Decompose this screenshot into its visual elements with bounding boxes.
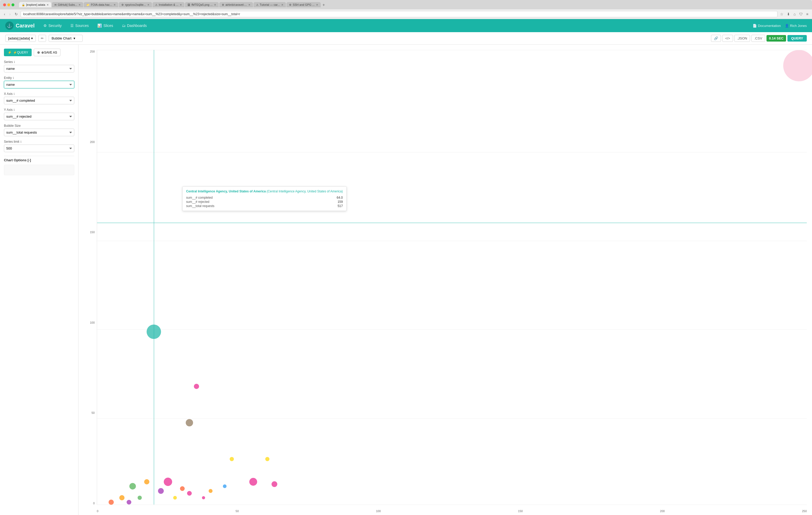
refresh-button[interactable]: ↻ [13,11,19,17]
tab-github[interactable]: ✉ GitHub] Subs... ✕ [52,2,83,7]
edit-datasource-button[interactable]: ✏ [38,35,46,42]
new-tab-button[interactable]: + [321,3,326,7]
chart-options-header[interactable]: Chart Options [-] [4,158,74,162]
bubble-scatter1[interactable] [119,495,124,501]
series-limit-info-icon[interactable]: ℹ [21,140,22,144]
doc-icon: 📄 [753,24,757,28]
bubble-scatter2[interactable] [138,496,142,500]
bubble-orange2[interactable] [209,489,213,493]
bubble-size-select[interactable]: sum__total requests [4,129,74,136]
minimize-button[interactable] [7,3,10,6]
code-button[interactable]: </> [722,35,733,42]
query-button[interactable]: QUERY [787,35,807,41]
bubble-pink-small[interactable] [194,384,199,389]
url-input[interactable] [21,11,778,17]
y-axis: 258 200 150 100 50 0 [84,50,97,505]
tab-close-icon[interactable]: ✕ [114,3,116,6]
bubble-scatter4[interactable] [202,496,205,499]
home-icon[interactable]: ⌂ [792,11,796,17]
brand-logo[interactable]: ⚓ Caravel [5,22,34,30]
nav-slices[interactable]: 📊 Slices [94,19,117,32]
bookmark-icon[interactable]: ☆ [779,11,785,17]
user-menu[interactable]: 👤 Rich Jones [785,24,807,28]
shield-icon[interactable]: 🛡 [798,11,804,17]
bubble-green1[interactable] [129,483,136,490]
download-icon[interactable]: ⬇ [786,11,791,17]
bubble-scatter6[interactable] [126,500,131,505]
traffic-lights [3,3,14,6]
tab-close-icon[interactable]: ✕ [248,3,250,6]
nav-dashboards[interactable]: 🗂 Dashboards [118,19,151,32]
tab-close-icon[interactable]: ✕ [281,3,283,6]
tab-close-icon[interactable]: ✕ [47,3,49,6]
close-button[interactable] [3,3,6,6]
series-select[interactable]: name [4,65,74,72]
bubble-olive[interactable] [186,419,193,426]
x-label-100: 100 [376,510,381,513]
y-axis-label: Y Axis ℹ [4,108,74,112]
x-axis-info-icon[interactable]: ℹ [13,92,14,96]
documentation-link[interactable]: 📄 Documentation [753,24,781,28]
security-icon: ⚙ [44,24,47,28]
tab-ssh[interactable]: ⚙ SSH and GPG ... ✕ [286,2,321,7]
chart-type-selector[interactable]: Bubble Chart ▾ [49,35,83,42]
tab-close-icon[interactable]: ✕ [214,3,216,6]
nav-sources[interactable]: ☰ Sources [67,19,92,32]
bubble-scatter3[interactable] [173,496,177,499]
tab-close-icon[interactable]: ✕ [147,3,149,6]
entity-select[interactable]: name [4,81,74,88]
tab-install[interactable]: ⚠ Installation & ... ✕ [152,2,184,7]
tab-foia[interactable]: 📁 FOIA-data-hac... ✕ [84,2,118,7]
nav-security[interactable]: ⚙ Security [40,19,65,32]
back-button[interactable]: ‹ [3,11,6,17]
bubble-red-orange[interactable] [180,486,185,491]
tab-img[interactable]: 🖼 fMTEQa5.png ... ✕ [185,2,219,7]
entity-label: Entity ℹ [4,76,74,80]
series-info-icon[interactable]: ℹ [14,60,15,64]
link-button[interactable]: 🔗 [711,35,721,42]
datasource-selector[interactable]: [adata].[adata] ▾ [5,35,36,42]
y-axis-select[interactable]: sum__# rejected [4,113,74,120]
series-limit-label: Series limit ℹ [4,140,74,144]
entity-info-icon[interactable]: ℹ [13,76,14,80]
json-button[interactable]: .JSON [734,35,750,42]
tab-close-icon[interactable]: ✕ [79,3,81,6]
bubble-cia[interactable] [147,325,161,339]
tab-airbnb[interactable]: ⚙ airbnb/caravel-... ✕ [219,2,253,7]
bubble-yellow1[interactable] [230,457,234,461]
menu-icon[interactable]: ≡ [805,11,809,17]
series-section: Series ℹ name [4,60,74,72]
lightning-icon: ⚡ [7,51,12,54]
bubble-pink3[interactable] [187,491,192,496]
tab-rgrp[interactable]: ⚙ rgrp/csv2sqlite... ✕ [119,2,152,7]
browser-titlebar: 🔒 [explore] adata ✕ ✉ GitHub] Subs... ✕ … [0,0,812,9]
tooltip-row-rejected: sum__# rejected 159 [186,200,343,204]
bubble-yellow2[interactable] [265,457,269,461]
series-limit-select[interactable]: 500 [4,145,74,152]
y-axis-info-icon[interactable]: ℹ [13,108,14,112]
x-axis-select[interactable]: sum__# completed [4,97,74,104]
y-label-50: 50 [92,411,95,414]
tab-close-icon[interactable]: ✕ [316,3,318,6]
fullscreen-button[interactable] [11,3,14,6]
forward-button[interactable]: › [8,11,12,17]
bubble-scatter5[interactable] [109,499,114,505]
browser-address-bar: ‹ › ↻ ☆ ⬇ ⌂ 🛡 ≡ [0,9,812,19]
tab-explore-adata[interactable]: 🔒 [explore] adata ✕ [19,2,51,7]
csv-button[interactable]: .CSV [751,35,765,42]
tab-tutorial[interactable]: ⚠ Tutorial — car... ✕ [254,2,286,7]
y-label-100: 100 [90,321,95,324]
bubble-pink5[interactable] [271,481,277,487]
grid-line-200 [97,152,807,152]
bubble-purple1[interactable] [158,488,164,494]
run-query-button[interactable]: ⚡ ⚡QUERY [4,49,32,56]
bubble-pink4[interactable] [249,478,257,486]
save-as-button[interactable]: ⊕ ⊕SAVE AS [34,49,60,56]
bubble-pink-large[interactable] [164,478,172,486]
bubble-orange1[interactable] [144,479,149,484]
chart-plot[interactable]: Central Intelligence Agency, United Stat… [97,50,807,505]
x-axis-section: X Axis ℹ sum__# completed [4,92,74,104]
tab-close-icon[interactable]: ✕ [180,3,182,6]
bubble-blue[interactable] [223,484,227,488]
y-label-0: 0 [93,502,95,505]
